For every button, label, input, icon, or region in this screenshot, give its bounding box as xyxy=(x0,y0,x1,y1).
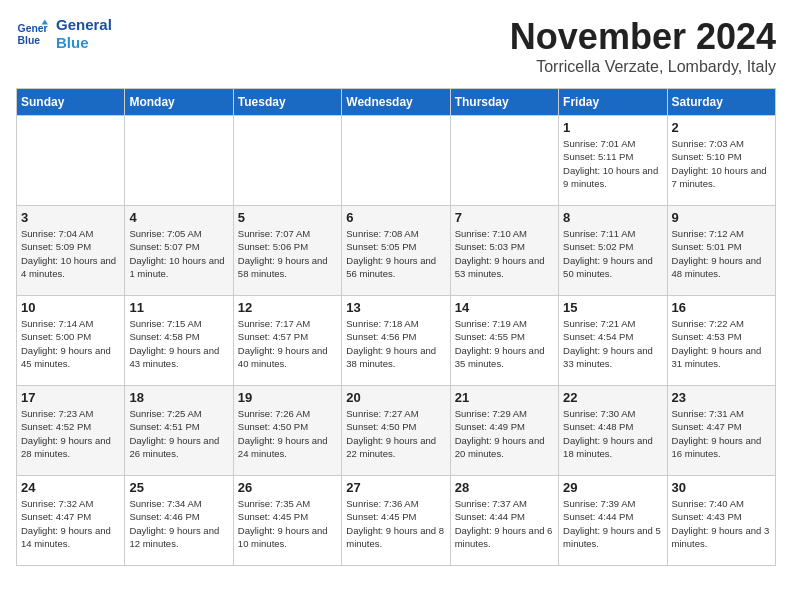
day-info: Sunrise: 7:30 AM Sunset: 4:48 PM Dayligh… xyxy=(563,407,662,460)
calendar-cell: 19Sunrise: 7:26 AM Sunset: 4:50 PM Dayli… xyxy=(233,386,341,476)
calendar-cell xyxy=(17,116,125,206)
logo-line1: General xyxy=(56,16,112,34)
day-number: 8 xyxy=(563,210,662,225)
day-info: Sunrise: 7:39 AM Sunset: 4:44 PM Dayligh… xyxy=(563,497,662,550)
calendar-week-0: 1Sunrise: 7:01 AM Sunset: 5:11 PM Daylig… xyxy=(17,116,776,206)
calendar-cell: 25Sunrise: 7:34 AM Sunset: 4:46 PM Dayli… xyxy=(125,476,233,566)
calendar-header: Sunday Monday Tuesday Wednesday Thursday… xyxy=(17,89,776,116)
location-subtitle: Torricella Verzate, Lombardy, Italy xyxy=(510,58,776,76)
day-number: 23 xyxy=(672,390,771,405)
calendar-cell: 13Sunrise: 7:18 AM Sunset: 4:56 PM Dayli… xyxy=(342,296,450,386)
calendar-cell: 12Sunrise: 7:17 AM Sunset: 4:57 PM Dayli… xyxy=(233,296,341,386)
day-info: Sunrise: 7:12 AM Sunset: 5:01 PM Dayligh… xyxy=(672,227,771,280)
title-section: November 2024 Torricella Verzate, Lombar… xyxy=(510,16,776,76)
day-number: 21 xyxy=(455,390,554,405)
day-number: 10 xyxy=(21,300,120,315)
calendar-cell: 21Sunrise: 7:29 AM Sunset: 4:49 PM Dayli… xyxy=(450,386,558,476)
day-number: 7 xyxy=(455,210,554,225)
calendar-cell: 26Sunrise: 7:35 AM Sunset: 4:45 PM Dayli… xyxy=(233,476,341,566)
col-saturday: Saturday xyxy=(667,89,775,116)
calendar-cell: 23Sunrise: 7:31 AM Sunset: 4:47 PM Dayli… xyxy=(667,386,775,476)
calendar-cell: 1Sunrise: 7:01 AM Sunset: 5:11 PM Daylig… xyxy=(559,116,667,206)
calendar-cell: 29Sunrise: 7:39 AM Sunset: 4:44 PM Dayli… xyxy=(559,476,667,566)
calendar-cell: 20Sunrise: 7:27 AM Sunset: 4:50 PM Dayli… xyxy=(342,386,450,476)
calendar-cell: 16Sunrise: 7:22 AM Sunset: 4:53 PM Dayli… xyxy=(667,296,775,386)
calendar-cell xyxy=(342,116,450,206)
day-info: Sunrise: 7:19 AM Sunset: 4:55 PM Dayligh… xyxy=(455,317,554,370)
day-info: Sunrise: 7:01 AM Sunset: 5:11 PM Dayligh… xyxy=(563,137,662,190)
day-info: Sunrise: 7:07 AM Sunset: 5:06 PM Dayligh… xyxy=(238,227,337,280)
calendar-cell: 4Sunrise: 7:05 AM Sunset: 5:07 PM Daylig… xyxy=(125,206,233,296)
day-number: 9 xyxy=(672,210,771,225)
svg-marker-2 xyxy=(42,20,48,25)
day-number: 12 xyxy=(238,300,337,315)
day-number: 1 xyxy=(563,120,662,135)
day-number: 13 xyxy=(346,300,445,315)
logo-line2: Blue xyxy=(56,34,112,52)
calendar-cell: 2Sunrise: 7:03 AM Sunset: 5:10 PM Daylig… xyxy=(667,116,775,206)
day-number: 28 xyxy=(455,480,554,495)
calendar-cell: 28Sunrise: 7:37 AM Sunset: 4:44 PM Dayli… xyxy=(450,476,558,566)
col-thursday: Thursday xyxy=(450,89,558,116)
day-info: Sunrise: 7:32 AM Sunset: 4:47 PM Dayligh… xyxy=(21,497,120,550)
day-info: Sunrise: 7:37 AM Sunset: 4:44 PM Dayligh… xyxy=(455,497,554,550)
calendar-cell: 24Sunrise: 7:32 AM Sunset: 4:47 PM Dayli… xyxy=(17,476,125,566)
day-info: Sunrise: 7:21 AM Sunset: 4:54 PM Dayligh… xyxy=(563,317,662,370)
calendar-cell: 7Sunrise: 7:10 AM Sunset: 5:03 PM Daylig… xyxy=(450,206,558,296)
calendar-cell: 27Sunrise: 7:36 AM Sunset: 4:45 PM Dayli… xyxy=(342,476,450,566)
logo-icon: General Blue xyxy=(16,18,48,50)
svg-text:General: General xyxy=(18,23,48,34)
calendar-cell: 10Sunrise: 7:14 AM Sunset: 5:00 PM Dayli… xyxy=(17,296,125,386)
day-number: 20 xyxy=(346,390,445,405)
day-number: 17 xyxy=(21,390,120,405)
day-info: Sunrise: 7:25 AM Sunset: 4:51 PM Dayligh… xyxy=(129,407,228,460)
day-info: Sunrise: 7:04 AM Sunset: 5:09 PM Dayligh… xyxy=(21,227,120,280)
day-info: Sunrise: 7:14 AM Sunset: 5:00 PM Dayligh… xyxy=(21,317,120,370)
month-title: November 2024 xyxy=(510,16,776,58)
day-info: Sunrise: 7:08 AM Sunset: 5:05 PM Dayligh… xyxy=(346,227,445,280)
day-info: Sunrise: 7:05 AM Sunset: 5:07 PM Dayligh… xyxy=(129,227,228,280)
day-info: Sunrise: 7:40 AM Sunset: 4:43 PM Dayligh… xyxy=(672,497,771,550)
calendar-cell: 6Sunrise: 7:08 AM Sunset: 5:05 PM Daylig… xyxy=(342,206,450,296)
calendar-week-4: 24Sunrise: 7:32 AM Sunset: 4:47 PM Dayli… xyxy=(17,476,776,566)
calendar-week-2: 10Sunrise: 7:14 AM Sunset: 5:00 PM Dayli… xyxy=(17,296,776,386)
day-number: 24 xyxy=(21,480,120,495)
calendar-cell xyxy=(450,116,558,206)
col-friday: Friday xyxy=(559,89,667,116)
day-info: Sunrise: 7:18 AM Sunset: 4:56 PM Dayligh… xyxy=(346,317,445,370)
calendar-cell: 11Sunrise: 7:15 AM Sunset: 4:58 PM Dayli… xyxy=(125,296,233,386)
day-info: Sunrise: 7:34 AM Sunset: 4:46 PM Dayligh… xyxy=(129,497,228,550)
calendar-cell: 9Sunrise: 7:12 AM Sunset: 5:01 PM Daylig… xyxy=(667,206,775,296)
calendar-cell: 3Sunrise: 7:04 AM Sunset: 5:09 PM Daylig… xyxy=(17,206,125,296)
calendar-cell xyxy=(233,116,341,206)
day-number: 2 xyxy=(672,120,771,135)
calendar-cell: 14Sunrise: 7:19 AM Sunset: 4:55 PM Dayli… xyxy=(450,296,558,386)
day-info: Sunrise: 7:29 AM Sunset: 4:49 PM Dayligh… xyxy=(455,407,554,460)
day-info: Sunrise: 7:36 AM Sunset: 4:45 PM Dayligh… xyxy=(346,497,445,550)
col-monday: Monday xyxy=(125,89,233,116)
calendar-cell: 17Sunrise: 7:23 AM Sunset: 4:52 PM Dayli… xyxy=(17,386,125,476)
day-number: 22 xyxy=(563,390,662,405)
day-number: 3 xyxy=(21,210,120,225)
calendar-cell: 8Sunrise: 7:11 AM Sunset: 5:02 PM Daylig… xyxy=(559,206,667,296)
day-number: 14 xyxy=(455,300,554,315)
day-info: Sunrise: 7:22 AM Sunset: 4:53 PM Dayligh… xyxy=(672,317,771,370)
calendar-cell: 30Sunrise: 7:40 AM Sunset: 4:43 PM Dayli… xyxy=(667,476,775,566)
header-row: Sunday Monday Tuesday Wednesday Thursday… xyxy=(17,89,776,116)
day-number: 5 xyxy=(238,210,337,225)
day-number: 4 xyxy=(129,210,228,225)
day-info: Sunrise: 7:10 AM Sunset: 5:03 PM Dayligh… xyxy=(455,227,554,280)
day-number: 15 xyxy=(563,300,662,315)
day-number: 16 xyxy=(672,300,771,315)
day-info: Sunrise: 7:31 AM Sunset: 4:47 PM Dayligh… xyxy=(672,407,771,460)
day-number: 11 xyxy=(129,300,228,315)
calendar-cell: 18Sunrise: 7:25 AM Sunset: 4:51 PM Dayli… xyxy=(125,386,233,476)
day-info: Sunrise: 7:15 AM Sunset: 4:58 PM Dayligh… xyxy=(129,317,228,370)
day-number: 27 xyxy=(346,480,445,495)
day-number: 19 xyxy=(238,390,337,405)
calendar-cell xyxy=(125,116,233,206)
calendar-body: 1Sunrise: 7:01 AM Sunset: 5:11 PM Daylig… xyxy=(17,116,776,566)
day-info: Sunrise: 7:17 AM Sunset: 4:57 PM Dayligh… xyxy=(238,317,337,370)
day-info: Sunrise: 7:26 AM Sunset: 4:50 PM Dayligh… xyxy=(238,407,337,460)
day-number: 29 xyxy=(563,480,662,495)
